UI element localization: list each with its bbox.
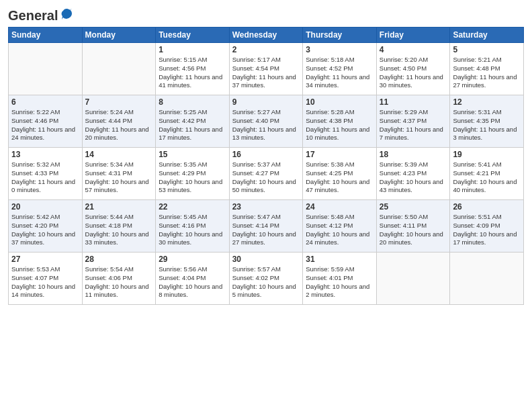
day-number: 27 bbox=[11, 255, 79, 264]
calendar-cell: 14Sunrise: 5:34 AM Sunset: 4:31 PM Dayli… bbox=[82, 148, 156, 200]
day-number: 5 bbox=[453, 45, 521, 54]
calendar-container: General SundayMondayTuesdayWednesdayThur… bbox=[0, 0, 532, 310]
day-number: 1 bbox=[159, 45, 226, 54]
day-info: Sunrise: 5:20 AM Sunset: 4:50 PM Dayligh… bbox=[380, 56, 447, 90]
day-info: Sunrise: 5:50 AM Sunset: 4:11 PM Dayligh… bbox=[380, 213, 447, 247]
day-number: 19 bbox=[453, 150, 521, 159]
day-info: Sunrise: 5:45 AM Sunset: 4:16 PM Dayligh… bbox=[159, 213, 226, 247]
day-info: Sunrise: 5:57 AM Sunset: 4:02 PM Dayligh… bbox=[232, 265, 300, 300]
day-info: Sunrise: 5:44 AM Sunset: 4:18 PM Dayligh… bbox=[85, 213, 153, 247]
day-number: 9 bbox=[232, 97, 300, 107]
day-info: Sunrise: 5:54 AM Sunset: 4:06 PM Dayligh… bbox=[85, 265, 153, 300]
calendar-cell: 15Sunrise: 5:35 AM Sunset: 4:29 PM Dayli… bbox=[156, 148, 230, 200]
header: General bbox=[8, 7, 524, 21]
day-info: Sunrise: 5:15 AM Sunset: 4:56 PM Dayligh… bbox=[159, 56, 226, 90]
calendar-cell: 5Sunrise: 5:21 AM Sunset: 4:48 PM Daylig… bbox=[450, 43, 524, 95]
day-number: 20 bbox=[11, 202, 79, 212]
calendar-cell bbox=[82, 43, 156, 95]
weekday-header-friday: Friday bbox=[376, 28, 450, 43]
day-info: Sunrise: 5:42 AM Sunset: 4:20 PM Dayligh… bbox=[11, 213, 79, 247]
calendar-row-1: 1Sunrise: 5:15 AM Sunset: 4:56 PM Daylig… bbox=[9, 43, 524, 95]
weekday-header-row: SundayMondayTuesdayWednesdayThursdayFrid… bbox=[9, 28, 524, 43]
calendar-cell: 29Sunrise: 5:56 AM Sunset: 4:04 PM Dayli… bbox=[156, 253, 230, 305]
day-info: Sunrise: 5:53 AM Sunset: 4:07 PM Dayligh… bbox=[11, 265, 79, 300]
calendar-cell bbox=[450, 253, 524, 305]
day-number: 21 bbox=[85, 202, 153, 212]
day-number: 28 bbox=[85, 255, 153, 264]
calendar-cell: 13Sunrise: 5:32 AM Sunset: 4:33 PM Dayli… bbox=[9, 148, 83, 200]
calendar-cell: 7Sunrise: 5:24 AM Sunset: 4:44 PM Daylig… bbox=[82, 95, 156, 148]
calendar-cell: 20Sunrise: 5:42 AM Sunset: 4:20 PM Dayli… bbox=[9, 200, 83, 253]
calendar-cell: 22Sunrise: 5:45 AM Sunset: 4:16 PM Dayli… bbox=[156, 200, 230, 253]
day-info: Sunrise: 5:38 AM Sunset: 4:25 PM Dayligh… bbox=[306, 161, 373, 195]
calendar-cell: 19Sunrise: 5:41 AM Sunset: 4:21 PM Dayli… bbox=[450, 148, 524, 200]
day-number: 13 bbox=[11, 150, 79, 159]
logo-bird-icon bbox=[59, 7, 74, 24]
day-info: Sunrise: 5:39 AM Sunset: 4:23 PM Dayligh… bbox=[380, 161, 447, 195]
calendar-cell: 30Sunrise: 5:57 AM Sunset: 4:02 PM Dayli… bbox=[229, 253, 303, 305]
calendar-cell: 31Sunrise: 5:59 AM Sunset: 4:01 PM Dayli… bbox=[303, 253, 377, 305]
logo: General bbox=[8, 7, 74, 21]
day-info: Sunrise: 5:29 AM Sunset: 4:37 PM Dayligh… bbox=[380, 108, 447, 142]
day-number: 15 bbox=[159, 150, 226, 159]
day-number: 30 bbox=[232, 255, 300, 264]
day-number: 23 bbox=[232, 202, 300, 212]
day-number: 17 bbox=[306, 150, 373, 159]
calendar-cell: 17Sunrise: 5:38 AM Sunset: 4:25 PM Dayli… bbox=[303, 148, 377, 200]
calendar-cell: 11Sunrise: 5:29 AM Sunset: 4:37 PM Dayli… bbox=[376, 95, 450, 148]
day-info: Sunrise: 5:34 AM Sunset: 4:31 PM Dayligh… bbox=[85, 161, 153, 195]
calendar-cell: 21Sunrise: 5:44 AM Sunset: 4:18 PM Dayli… bbox=[82, 200, 156, 253]
calendar-cell: 24Sunrise: 5:48 AM Sunset: 4:12 PM Dayli… bbox=[303, 200, 377, 253]
logo-general: General bbox=[8, 8, 58, 24]
day-number: 25 bbox=[380, 202, 447, 212]
day-number: 14 bbox=[85, 150, 153, 159]
calendar-row-4: 20Sunrise: 5:42 AM Sunset: 4:20 PM Dayli… bbox=[9, 200, 524, 253]
day-info: Sunrise: 5:22 AM Sunset: 4:46 PM Dayligh… bbox=[11, 108, 79, 142]
day-number: 24 bbox=[306, 202, 373, 212]
day-info: Sunrise: 5:35 AM Sunset: 4:29 PM Dayligh… bbox=[159, 161, 226, 195]
weekday-header-thursday: Thursday bbox=[303, 28, 377, 43]
day-number: 11 bbox=[380, 97, 447, 107]
day-info: Sunrise: 5:48 AM Sunset: 4:12 PM Dayligh… bbox=[306, 213, 373, 247]
day-info: Sunrise: 5:27 AM Sunset: 4:40 PM Dayligh… bbox=[232, 108, 300, 142]
calendar-cell: 25Sunrise: 5:50 AM Sunset: 4:11 PM Dayli… bbox=[376, 200, 450, 253]
day-number: 31 bbox=[306, 255, 373, 264]
day-number: 22 bbox=[159, 202, 226, 212]
day-info: Sunrise: 5:17 AM Sunset: 4:54 PM Dayligh… bbox=[232, 56, 300, 90]
calendar-cell: 12Sunrise: 5:31 AM Sunset: 4:35 PM Dayli… bbox=[450, 95, 524, 148]
day-info: Sunrise: 5:28 AM Sunset: 4:38 PM Dayligh… bbox=[306, 108, 373, 142]
weekday-header-monday: Monday bbox=[82, 28, 156, 43]
day-info: Sunrise: 5:21 AM Sunset: 4:48 PM Dayligh… bbox=[453, 56, 521, 90]
calendar-cell bbox=[376, 253, 450, 305]
calendar-cell: 6Sunrise: 5:22 AM Sunset: 4:46 PM Daylig… bbox=[9, 95, 83, 148]
calendar-cell: 23Sunrise: 5:47 AM Sunset: 4:14 PM Dayli… bbox=[229, 200, 303, 253]
calendar-cell: 16Sunrise: 5:37 AM Sunset: 4:27 PM Dayli… bbox=[229, 148, 303, 200]
day-info: Sunrise: 5:24 AM Sunset: 4:44 PM Dayligh… bbox=[85, 108, 153, 142]
weekday-header-wednesday: Wednesday bbox=[229, 28, 303, 43]
day-number: 7 bbox=[85, 97, 153, 107]
calendar-cell: 27Sunrise: 5:53 AM Sunset: 4:07 PM Dayli… bbox=[9, 253, 83, 305]
calendar-cell: 1Sunrise: 5:15 AM Sunset: 4:56 PM Daylig… bbox=[156, 43, 230, 95]
day-info: Sunrise: 5:56 AM Sunset: 4:04 PM Dayligh… bbox=[159, 265, 226, 300]
calendar-row-3: 13Sunrise: 5:32 AM Sunset: 4:33 PM Dayli… bbox=[9, 148, 524, 200]
day-number: 2 bbox=[232, 45, 300, 54]
weekday-header-saturday: Saturday bbox=[450, 28, 524, 43]
calendar-cell: 3Sunrise: 5:18 AM Sunset: 4:52 PM Daylig… bbox=[303, 43, 377, 95]
calendar-cell: 2Sunrise: 5:17 AM Sunset: 4:54 PM Daylig… bbox=[229, 43, 303, 95]
calendar-cell: 10Sunrise: 5:28 AM Sunset: 4:38 PM Dayli… bbox=[303, 95, 377, 148]
day-number: 29 bbox=[159, 255, 226, 264]
day-number: 16 bbox=[232, 150, 300, 159]
day-number: 12 bbox=[453, 97, 521, 107]
day-info: Sunrise: 5:47 AM Sunset: 4:14 PM Dayligh… bbox=[232, 213, 300, 247]
day-info: Sunrise: 5:37 AM Sunset: 4:27 PM Dayligh… bbox=[232, 161, 300, 195]
day-info: Sunrise: 5:59 AM Sunset: 4:01 PM Dayligh… bbox=[306, 265, 373, 300]
day-number: 8 bbox=[159, 97, 226, 107]
calendar-table: SundayMondayTuesdayWednesdayThursdayFrid… bbox=[8, 27, 524, 305]
weekday-header-sunday: Sunday bbox=[9, 28, 83, 43]
day-number: 3 bbox=[306, 45, 373, 54]
calendar-row-2: 6Sunrise: 5:22 AM Sunset: 4:46 PM Daylig… bbox=[9, 95, 524, 148]
day-number: 10 bbox=[306, 97, 373, 107]
day-number: 6 bbox=[11, 97, 79, 107]
calendar-cell: 18Sunrise: 5:39 AM Sunset: 4:23 PM Dayli… bbox=[376, 148, 450, 200]
calendar-cell: 26Sunrise: 5:51 AM Sunset: 4:09 PM Dayli… bbox=[450, 200, 524, 253]
